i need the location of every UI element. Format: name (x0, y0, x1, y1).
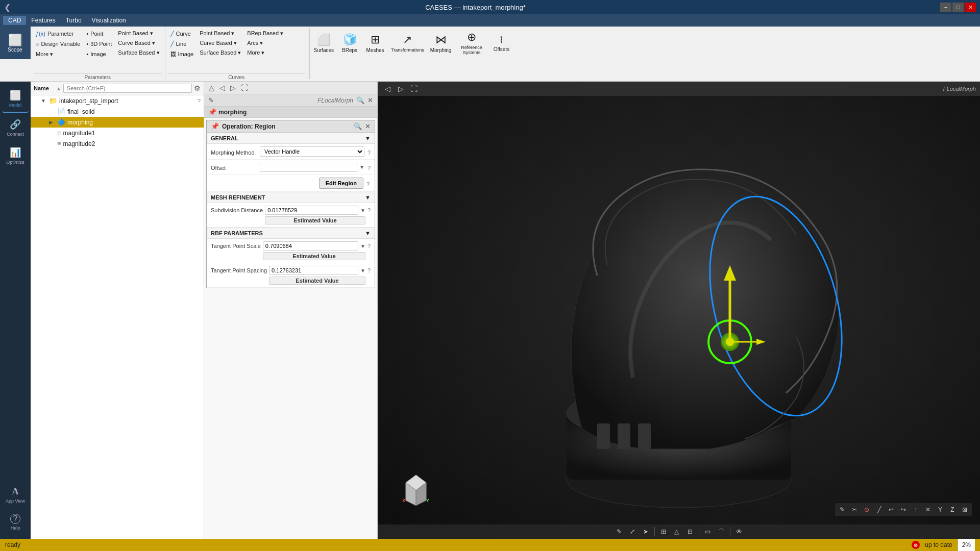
ribbon-btn-transformations[interactable]: ↗ Transformations (388, 27, 427, 59)
props-toolbar-arrow-right[interactable]: ▷ (229, 83, 237, 92)
nav-cube[interactable]: X Y (398, 472, 434, 508)
vp-expand[interactable]: ⛶ (408, 83, 420, 94)
help-tangent-scale[interactable]: ? (368, 241, 371, 249)
ribbon-btn-line[interactable]: ╱ Line (168, 39, 196, 48)
vp-upload-icon[interactable]: ↑ (910, 505, 921, 515)
help-morphing-method[interactable]: ? (368, 148, 371, 156)
props-toolbar-expand[interactable]: ⛶ (239, 83, 250, 92)
section-header-rbf[interactable]: RBF PARAMETERS ▼ (207, 228, 375, 239)
flocal-search-icon[interactable]: 🔍 (356, 96, 364, 104)
tangent-spacing-dropdown[interactable]: ▼ (360, 268, 365, 273)
tree-help-icon[interactable]: ? (198, 98, 201, 104)
input-offset[interactable] (260, 163, 357, 172)
ribbon-btn-reference-systems[interactable]: ⊕ Reference Systems (454, 27, 488, 59)
vp-bottom-ruler[interactable]: ⊟ (684, 527, 696, 537)
ribbon-dropdown-brep-based[interactable]: BRep Based ▾ (245, 29, 285, 38)
title-nav-arrow[interactable]: ❮ (4, 3, 11, 12)
flocal-close-icon[interactable]: ✕ (368, 96, 373, 104)
menu-item-features[interactable]: Features (26, 16, 60, 25)
ribbon-btn-image-param[interactable]: • Image (84, 49, 114, 59)
tree-item-morphing[interactable]: ▶ 🔷 morphing (31, 117, 204, 128)
tree-item-magnitude1[interactable]: ≡ magnitude1 (31, 128, 204, 138)
ribbon-btn-morphing[interactable]: ⋈ Morphing (427, 27, 455, 59)
ribbon-dropdown-surface-based-curve[interactable]: Surface Based ▾ (198, 48, 243, 57)
help-offset[interactable]: ? (368, 163, 371, 171)
ribbon-btn-offsets[interactable]: ⌇ Offsets (488, 27, 514, 59)
sidebar-btn-appview[interactable]: A App View (2, 482, 29, 508)
tree-search-input[interactable] (63, 84, 192, 93)
edit-icon[interactable]: ✎ (208, 96, 214, 104)
menu-item-turbo[interactable]: Turbo (61, 16, 87, 25)
vp-arrow-left[interactable]: ◁ (382, 83, 393, 94)
section-header-mesh[interactable]: MESH REFINEMENT ▼ (207, 192, 375, 203)
ribbon-dropdown-curve-based-param[interactable]: Curve Based ▾ (116, 39, 161, 47)
tree-item-root[interactable]: ▼ 📁 intakeport_stp_import ? (31, 95, 204, 106)
subdivision-dropdown[interactable]: ▼ (360, 208, 365, 213)
vp-x-icon[interactable]: ✕ (922, 505, 934, 515)
help-subdivision[interactable]: ? (368, 206, 371, 213)
ribbon-btn-3d-point[interactable]: • 3D Point (84, 39, 114, 48)
ribbon-btn-breps[interactable]: 🧊 BReps (337, 27, 362, 59)
help-edit-region[interactable]: ? (366, 180, 370, 187)
vp-y-icon[interactable]: Y (935, 505, 946, 515)
vp-undo-icon[interactable]: ↩ (886, 505, 897, 515)
vp-bottom-eye[interactable]: 👁 (733, 527, 745, 537)
vp-redo-icon[interactable]: ↪ (898, 505, 909, 515)
ribbon-btn-meshes[interactable]: ⊞ Meshes (362, 27, 388, 59)
vp-target-icon[interactable]: ⊙ (861, 505, 872, 515)
vp-bottom-arrow[interactable]: ➤ (640, 527, 651, 537)
ribbon-dropdown-point-based-curve[interactable]: Point Based ▾ (198, 29, 243, 38)
ribbon-btn-point[interactable]: • Point (84, 29, 114, 38)
estimated-value-tangent-spacing[interactable]: Estimated Value (269, 277, 365, 285)
maximize-button[interactable]: □ (952, 3, 964, 12)
vp-bottom-grid[interactable]: ⊞ (658, 527, 669, 537)
scope-button[interactable]: ⬜ Scope (0, 27, 31, 59)
vp-close2-icon[interactable]: ⊠ (959, 505, 970, 515)
ribbon-btn-image-curve[interactable]: 🖼 Image (168, 49, 196, 59)
sidebar-btn-connect[interactable]: 🔗 Connect (2, 115, 29, 141)
props-toolbar-arrow-left[interactable]: ◁ (218, 83, 227, 92)
ribbon-dropdown-more-curves[interactable]: More ▾ (245, 48, 285, 57)
offset-dropdown[interactable]: ▼ (359, 164, 364, 170)
ribbon-dropdown-point-based[interactable]: Point Based ▾ (116, 29, 161, 38)
viewport[interactable]: ◁ ▷ ⛶ FLocalMorph X Y ✎ (378, 82, 980, 539)
ribbon-btn-more-params[interactable]: More ▾ (34, 49, 82, 59)
estimated-value-subdivision[interactable]: Estimated Value (265, 216, 365, 224)
props-toolbar-arrow-up[interactable]: △ (207, 83, 216, 92)
menu-item-cad[interactable]: CAD (3, 16, 26, 25)
ribbon-dropdown-curve-based-curve[interactable]: Curve Based ▾ (198, 39, 243, 47)
minimize-button[interactable]: − (940, 3, 951, 12)
ribbon-btn-parameter[interactable]: ƒ(x) Parameter (34, 29, 82, 38)
tree-item-final-solid[interactable]: 📄 final_solid (31, 106, 204, 117)
menu-item-visualization[interactable]: Visualization (87, 16, 131, 25)
vp-pencil-icon[interactable]: ✎ (837, 505, 848, 515)
edit-region-button[interactable]: Edit Region (319, 178, 363, 189)
vp-scissors-icon[interactable]: ✂ (849, 505, 860, 515)
vp-z-icon[interactable]: Z (947, 505, 958, 515)
sidebar-btn-model[interactable]: ⬜ Model (2, 86, 29, 113)
sidebar-btn-help[interactable]: ? Help (2, 510, 29, 535)
estimated-value-tangent-scale[interactable]: Estimated Value (263, 252, 365, 260)
sidebar-btn-optimize[interactable]: 📊 Optimize (2, 143, 29, 169)
vp-bottom-move[interactable]: ⤢ (627, 527, 638, 537)
close-button[interactable]: ✕ (965, 3, 976, 12)
input-tangent-scale[interactable] (263, 241, 358, 251)
vp-bottom-curve[interactable]: ⌒ (716, 527, 727, 537)
vp-bottom-tri[interactable]: △ (671, 527, 682, 537)
select-morphing-method[interactable]: Vector Handle (260, 146, 364, 157)
vp-bottom-pencil[interactable]: ✎ (614, 527, 625, 537)
ribbon-dropdown-arcs[interactable]: Arcs ▾ (245, 39, 285, 47)
operation-close-icon[interactable]: ✕ (365, 122, 371, 130)
help-tangent-spacing[interactable]: ? (368, 266, 371, 273)
ribbon-btn-curve[interactable]: ╱ Curve (168, 29, 196, 38)
ribbon-btn-surfaces[interactable]: ⬜ Surfaces (311, 27, 337, 59)
input-subdivision[interactable] (265, 206, 358, 215)
vp-bottom-box[interactable]: ▭ (702, 527, 714, 537)
section-header-general[interactable]: GENERAL ▼ (207, 133, 375, 144)
tangent-scale-dropdown[interactable]: ▼ (360, 243, 365, 249)
ribbon-dropdown-surface-based-param[interactable]: Surface Based ▾ (116, 48, 161, 57)
tree-filter-icon[interactable]: ⚙ (194, 84, 201, 92)
vp-arrow-right[interactable]: ▷ (395, 83, 406, 94)
operation-search-icon[interactable]: 🔍 (354, 122, 362, 130)
input-tangent-spacing[interactable] (269, 266, 358, 275)
